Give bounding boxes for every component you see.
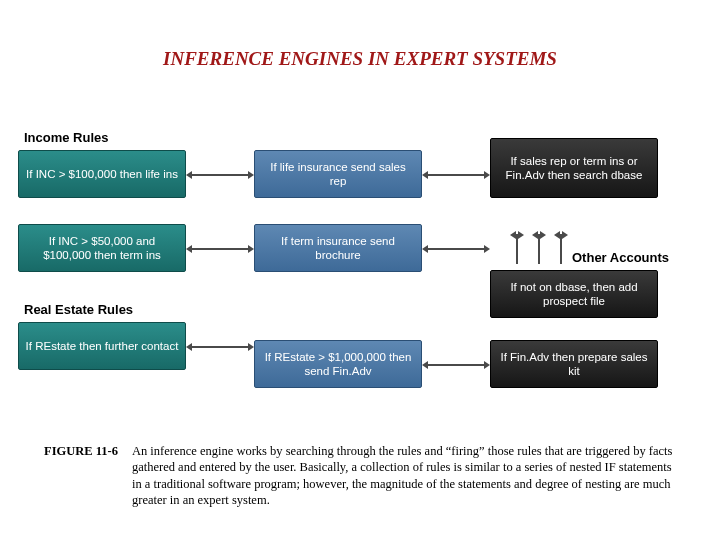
box-restate-finadv: If REstate > $1,000,000 then send Fin.Ad… (254, 340, 422, 388)
box-prepare-kit: If Fin.Adv then prepare sales kit (490, 340, 658, 388)
diagram-container: Income Rules If INC > $100,000 then life… (18, 130, 706, 450)
arrow-b3-b6-a (516, 234, 518, 264)
box-income-100k: If INC > $100,000 then life ins (18, 150, 186, 198)
figure-text: An inference engine works by searching t… (132, 443, 680, 508)
figure-caption: FIGURE 11-6 An inference engine works by… (44, 443, 680, 508)
arrow-b1-b2 (192, 174, 248, 176)
arrow-b4-b5 (192, 248, 248, 250)
label-real-estate: Real Estate Rules (24, 302, 133, 317)
arrow-b3-b6-b (538, 234, 540, 264)
label-income-rules: Income Rules (24, 130, 109, 145)
box-life-ins-rep: If life insurance send sales rep (254, 150, 422, 198)
label-other-accounts: Other Accounts (572, 250, 669, 265)
arrow-b2-b3 (428, 174, 484, 176)
box-add-prospect: If not on dbase, then add prospect file (490, 270, 658, 318)
arrow-b5-b3 (428, 248, 484, 250)
box-term-brochure: If term insurance send brochure (254, 224, 422, 272)
figure-label: FIGURE 11-6 (44, 443, 118, 508)
arrow-b7-b8 (192, 346, 248, 348)
box-search-dbase: If sales rep or term ins or Fin.Adv then… (490, 138, 658, 198)
arrow-b3-b6-c (560, 234, 562, 264)
box-income-50k: If INC > $50,000 and $100,000 then term … (18, 224, 186, 272)
page-title: INFERENCE ENGINES IN EXPERT SYSTEMS (0, 48, 720, 70)
box-restate-contact: If REstate then further contact (18, 322, 186, 370)
arrow-b8-b9 (428, 364, 484, 366)
